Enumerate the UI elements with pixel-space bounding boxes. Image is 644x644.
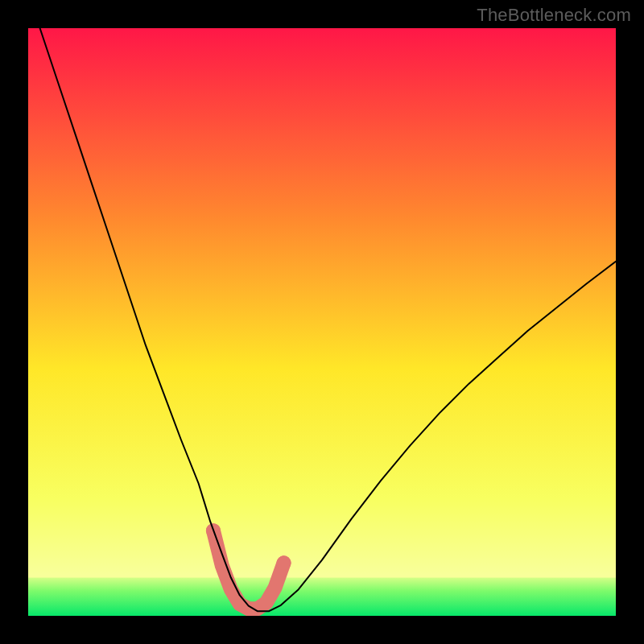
chart-plot-area	[28, 28, 616, 616]
chart-frame: TheBottleneck.com	[0, 0, 644, 644]
highlight-marker	[277, 555, 291, 570]
bottleneck-chart	[28, 28, 616, 616]
watermark-text: TheBottleneck.com	[477, 5, 631, 26]
green-band	[28, 578, 616, 616]
gradient-background	[28, 28, 616, 616]
